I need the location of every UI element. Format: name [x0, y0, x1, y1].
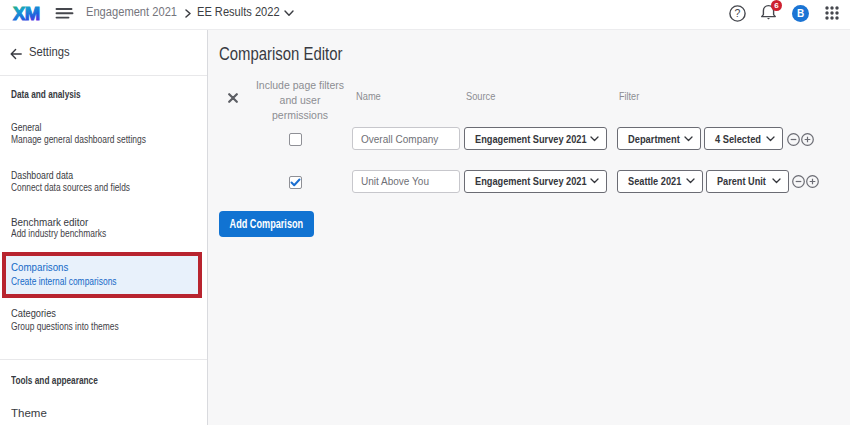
svg-text:?: ?: [735, 7, 741, 19]
svg-text:XM: XM: [13, 3, 40, 24]
